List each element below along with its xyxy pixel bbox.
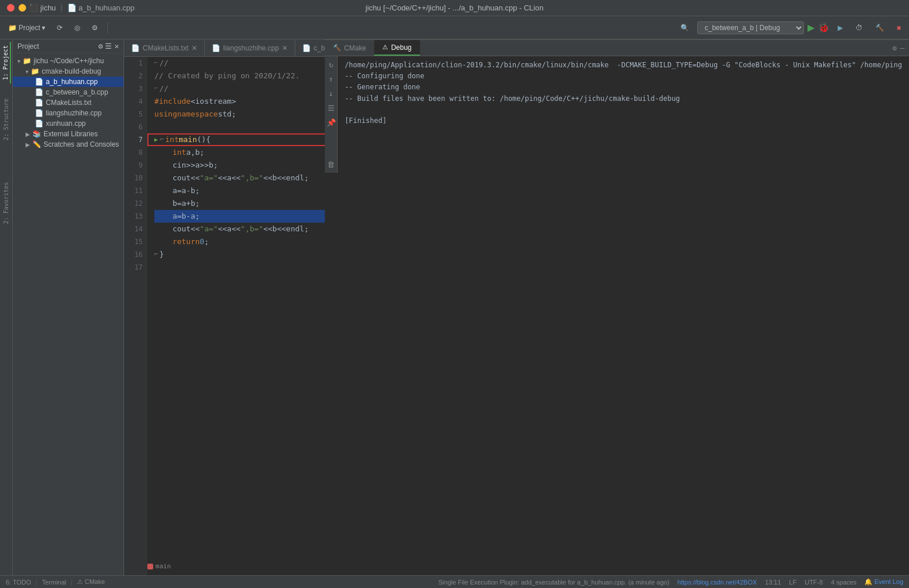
- cmake-tab-icon: 🔨: [333, 44, 341, 52]
- file-c-between-label: c_between_a_b.cpp: [46, 88, 108, 96]
- tree-file-c-between[interactable]: 📄 c_between_a_b.cpp: [13, 87, 124, 97]
- folder-icon-cmake: 📁: [31, 67, 39, 75]
- code-line-3: ⌐//: [154, 82, 325, 95]
- event-log-btn[interactable]: 🔔 Event Log: [864, 578, 903, 586]
- cmake-tab-modified: ✕: [191, 44, 197, 52]
- code-line-6: [154, 121, 325, 133]
- run-button[interactable]: ▶: [807, 22, 814, 33]
- console-content: /home/ping/Application/clion-2019.3.2/bi…: [338, 56, 909, 173]
- tree-root[interactable]: ▾ 📁 jichu ~/Code/C++/jichu: [13, 56, 124, 66]
- run-config-dropdown[interactable]: c_between_a_b | Debug: [697, 21, 804, 34]
- project-close-icon[interactable]: ✕: [114, 42, 119, 50]
- stop-btn[interactable]: ■: [892, 22, 906, 34]
- sync-btn[interactable]: ⟳: [52, 22, 67, 34]
- settings-btn[interactable]: ⚙: [87, 22, 103, 34]
- code-line-9: cin>>a>>b;: [154, 159, 325, 172]
- line-numbers: 1 2 3 4 5 6 7 8 9 10 11 12 1: [124, 57, 147, 575]
- bottom-panel: 🔨 CMake ⚠ Debug ⚙ — ↻ ↑ ↓ ☰ 📌: [325, 39, 909, 173]
- project-settings-icon[interactable]: ☰: [105, 42, 112, 50]
- tab-liang[interactable]: 📄 liangshuzhihe.cpp ✕: [205, 39, 295, 56]
- coverage-btn[interactable]: ▶: [833, 22, 848, 34]
- liang-tab-label: liangshuzhihe.cpp: [223, 44, 279, 52]
- cmake-btn[interactable]: 🔨: [871, 22, 889, 34]
- tree-file-xunhuan[interactable]: 📄 xunhuan.cpp: [13, 118, 124, 129]
- minimize-icon-bottom[interactable]: —: [900, 44, 904, 52]
- project-header-title: Project: [17, 42, 96, 50]
- external-label: External Libraries: [44, 130, 97, 138]
- terminal-btn[interactable]: Terminal: [42, 579, 66, 586]
- console-line-6: [Finished]: [345, 115, 902, 126]
- tree-external[interactable]: ▶ 📚 External Libraries: [13, 129, 124, 139]
- tree-file-a-b[interactable]: 📄 a_b_huhuan.cpp: [13, 77, 124, 87]
- sep2: |: [71, 579, 73, 586]
- cmake-icon: 📄: [35, 99, 44, 107]
- position-text[interactable]: 13:11: [765, 579, 781, 586]
- tab-c-between[interactable]: 📄 c_between_a_b.cpp ✕: [295, 39, 325, 56]
- console-line-5: [345, 104, 902, 115]
- link-text[interactable]: https://blog.csdn.net/42BOX: [678, 579, 757, 586]
- console-sidebar: ↻ ↑ ↓ ☰ 📌 🗑: [325, 56, 338, 173]
- close-button[interactable]: [7, 4, 15, 12]
- console-refresh-btn[interactable]: ↻: [327, 59, 335, 71]
- indent-text[interactable]: 4 spaces: [831, 579, 856, 586]
- tree-arrow-root: ▾: [17, 58, 20, 64]
- lib-icon: 📚: [32, 130, 41, 138]
- message-text: Single File Execution Plugin: add_execut…: [439, 579, 669, 586]
- favorites-vtab[interactable]: 2: Favorites: [2, 179, 10, 227]
- scratches-label: Scratches and Consoles: [44, 140, 119, 148]
- tree-file-cmake[interactable]: 📄 CMakeLists.txt: [13, 97, 124, 108]
- console-list-btn[interactable]: ☰: [326, 102, 336, 114]
- console-trash-btn[interactable]: 🗑: [325, 158, 336, 170]
- main-area: 1: Project 2: Structure 2: Favorites Pro…: [0, 39, 909, 575]
- debug-tab[interactable]: ⚠ Debug: [374, 40, 419, 56]
- lf-text[interactable]: LF: [789, 579, 796, 586]
- search-everywhere-btn[interactable]: 🔍: [676, 22, 694, 34]
- tree-arrow-scratches: ▶: [26, 141, 30, 148]
- locate-btn[interactable]: ◎: [70, 22, 85, 34]
- console-up-btn[interactable]: ↑: [327, 73, 335, 85]
- profile-btn[interactable]: ⏱: [851, 22, 867, 34]
- encoding-text[interactable]: UTF-8: [805, 579, 823, 586]
- code-line-8: int a,b;: [154, 146, 325, 159]
- todo-btn[interactable]: 6: TODO: [6, 579, 31, 586]
- window-title: jichu [~/Code/C++/jichu] - .../a_b_huhua…: [365, 3, 544, 12]
- console-down-btn[interactable]: ↓: [327, 88, 335, 100]
- play-arrow-icon: ▶: [154, 133, 158, 146]
- code-line-4: #include <iostream>: [154, 95, 325, 108]
- minimize-button[interactable]: [19, 4, 26, 12]
- code-line-13: a=b-a;: [154, 210, 325, 223]
- chevron-down-icon: ▾: [42, 24, 45, 32]
- file-liang-label: liangshuzhihe.cpp: [46, 109, 102, 117]
- root-label: jichu ~/Code/C++/jichu: [34, 57, 104, 65]
- code-line-7: ▶ ⌐ int main(){: [154, 133, 325, 146]
- cmake-tab[interactable]: 🔨 CMake: [325, 40, 374, 56]
- tree-scratches[interactable]: ▶ ✏️ Scratches and Consoles: [13, 139, 124, 150]
- cpp-icon-liang: 📄: [35, 109, 44, 117]
- folder-icon: 📁: [8, 24, 17, 32]
- project-gear-icon[interactable]: ⚙: [98, 42, 103, 50]
- cmake-btn-status[interactable]: ⚠ CMake: [77, 578, 105, 586]
- console-pin-btn[interactable]: 📌: [325, 117, 338, 129]
- file-cmake-label: CMakeLists.txt: [46, 99, 92, 107]
- structure-vtab[interactable]: 2: Structure: [2, 95, 10, 144]
- code-line-11: a=a-b;: [154, 184, 325, 197]
- folder-icon-root: 📁: [23, 57, 31, 65]
- project-vtab[interactable]: 1: Project: [1, 42, 11, 84]
- console-line-1: /home/ping/Application/clion-2019.3.2/bi…: [345, 60, 902, 71]
- tab-cmake[interactable]: 📄 CMakeLists.txt ✕: [124, 39, 205, 56]
- code-content[interactable]: ⌐// // Created by ping on 2020/1/22. ⌐//: [147, 57, 325, 575]
- code-line-10: cout<<"a="<<a<<",b="<<b<<endl;: [154, 172, 325, 184]
- code-line-12: b=a+b;: [154, 197, 325, 210]
- debug-button[interactable]: 🐞: [818, 22, 830, 33]
- code-line-14: cout<<"a="<<a<<",b="<<b<<endl;: [154, 223, 325, 235]
- console-area: ↻ ↑ ↓ ☰ 📌 🗑 /home/ping/Application/clion…: [325, 56, 909, 173]
- cmake-build-label: cmake-build-debug: [42, 67, 101, 75]
- fn-name: main: [155, 560, 171, 573]
- project-dropdown-btn[interactable]: 📁 Project ▾: [3, 22, 50, 34]
- settings-icon-bottom[interactable]: ⚙: [893, 44, 897, 52]
- file-a-b-label: a_b_huhuan.cpp: [46, 78, 97, 86]
- code-editor[interactable]: 1 2 3 4 5 6 7 8 9 10 11 12 1: [124, 57, 325, 575]
- tree-file-liang[interactable]: 📄 liangshuzhihe.cpp: [13, 108, 124, 118]
- tree-cmake-build[interactable]: ▾ 📁 cmake-build-debug: [13, 66, 124, 77]
- project-tree: ▾ 📁 jichu ~/Code/C++/jichu ▾ 📁 cmake-bui…: [13, 53, 124, 575]
